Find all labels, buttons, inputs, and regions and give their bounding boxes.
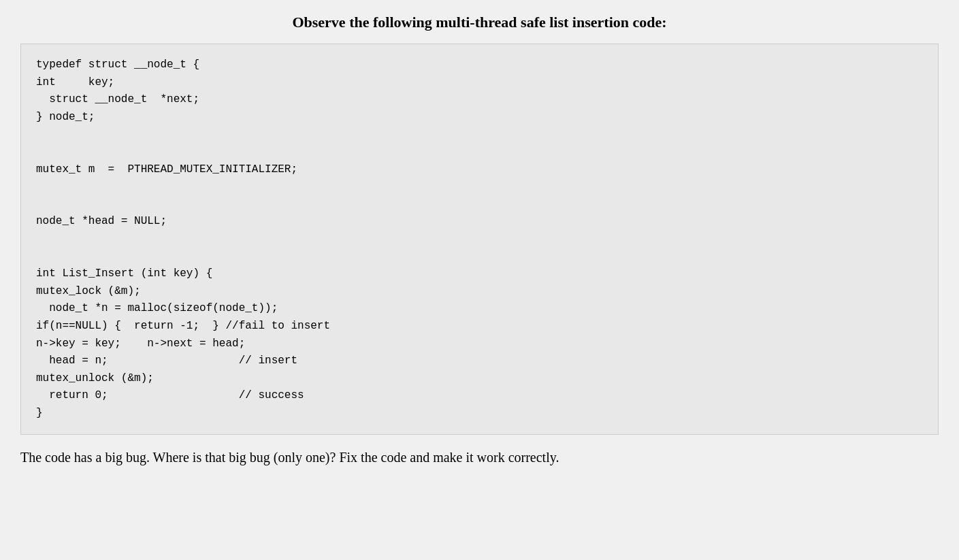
page-container: Observe the following multi-thread safe … <box>20 14 939 467</box>
code-block: typedef struct __node_t { int key; struc… <box>20 44 939 435</box>
page-title: Observe the following multi-thread safe … <box>20 14 939 31</box>
description-text: The code has a big bug. Where is that bi… <box>20 447 939 467</box>
